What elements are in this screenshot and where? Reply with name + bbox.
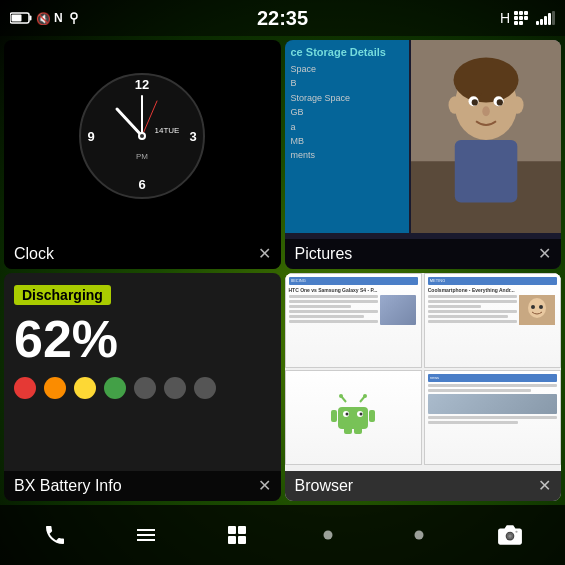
menu-icon <box>134 523 158 547</box>
svg-text:9: 9 <box>88 129 95 144</box>
svg-rect-9 <box>514 16 518 20</box>
browser-tab-3[interactable] <box>285 370 422 465</box>
svg-point-4 <box>71 13 77 19</box>
status-right-icons: H <box>500 10 555 26</box>
nav-dot-1[interactable] <box>306 513 350 557</box>
battery-label: BX Battery Info ✕ <box>4 471 281 501</box>
svg-text:14TUE: 14TUE <box>155 126 180 135</box>
browser-content: BECING HTC One vs Samsung Galaxy S4 - P.… <box>285 273 562 466</box>
svg-rect-46 <box>344 422 352 434</box>
signal-bars <box>536 11 555 25</box>
robot-icon <box>328 392 378 442</box>
status-left-icons: 🔇 N <box>10 11 81 25</box>
app-grid: 12 3 6 9 14TUE PM Clock ✕ <box>0 36 565 505</box>
browser-label: Browser ✕ <box>285 471 562 501</box>
svg-point-40 <box>528 298 546 318</box>
clock-svg: 12 3 6 9 14TUE PM <box>77 71 207 201</box>
svg-point-42 <box>539 305 543 309</box>
svg-rect-36 <box>455 140 518 203</box>
carrier-label: H <box>500 10 510 26</box>
storage-details: SpaceBStorage SpaceGBaMBments <box>291 62 403 163</box>
browser-title: Browser <box>295 477 354 495</box>
clock-close-button[interactable]: ✕ <box>258 246 271 262</box>
person-photo-svg <box>411 40 561 233</box>
clock-label: Clock ✕ <box>4 239 281 269</box>
svg-rect-43 <box>338 407 368 429</box>
svg-text:🔇: 🔇 <box>36 11 50 25</box>
svg-rect-13 <box>519 21 523 25</box>
dot-orange <box>44 377 66 399</box>
svg-point-55 <box>363 394 367 398</box>
storage-title: ce Storage Details <box>291 46 403 58</box>
browser-tab-1[interactable]: BECING HTC One vs Samsung Galaxy S4 - P.… <box>285 273 422 368</box>
blackberry-icon <box>514 11 532 25</box>
pictures-card[interactable]: ce Storage Details SpaceBStorage SpaceGB… <box>285 40 562 269</box>
dot-green <box>104 377 126 399</box>
svg-rect-12 <box>514 21 518 25</box>
svg-point-64 <box>414 531 423 540</box>
pictures-photo <box>411 40 561 233</box>
svg-text:6: 6 <box>139 177 146 192</box>
svg-rect-56 <box>137 529 155 531</box>
svg-text:12: 12 <box>135 77 149 92</box>
svg-rect-47 <box>354 422 362 434</box>
svg-point-34 <box>497 99 503 105</box>
svg-text:3: 3 <box>190 129 197 144</box>
svg-rect-58 <box>137 539 155 541</box>
pictures-close-button[interactable]: ✕ <box>538 246 551 262</box>
pictures-title: Pictures <box>295 245 353 263</box>
svg-point-54 <box>339 394 343 398</box>
nav-dot-2[interactable] <box>397 513 441 557</box>
svg-point-33 <box>472 99 478 105</box>
svg-rect-59 <box>228 526 236 534</box>
browser-tab-4[interactable]: news <box>424 370 561 465</box>
browser-tab-2[interactable]: METING Coolsmartphone - Everything Andr.… <box>424 273 561 368</box>
svg-point-50 <box>346 413 349 416</box>
battery-content: Discharging 62% <box>4 273 281 466</box>
battery-close-button[interactable]: ✕ <box>258 478 271 494</box>
camera-icon <box>497 522 523 548</box>
status-bar: 🔇 N 22:35 H <box>0 0 565 36</box>
pictures-storage-panel: ce Storage Details SpaceBStorage SpaceGB… <box>285 40 409 233</box>
camera-button[interactable] <box>488 513 532 557</box>
svg-point-38 <box>511 96 524 114</box>
svg-point-30 <box>453 57 518 102</box>
svg-point-67 <box>508 534 511 537</box>
menu-button[interactable] <box>124 513 168 557</box>
svg-point-37 <box>448 96 461 114</box>
dot-gray-3 <box>194 377 216 399</box>
nav-bar <box>0 505 565 565</box>
browser-card[interactable]: BECING HTC One vs Samsung Galaxy S4 - P.… <box>285 273 562 502</box>
svg-point-41 <box>531 305 535 309</box>
svg-rect-8 <box>524 11 528 15</box>
phone-button[interactable] <box>33 513 77 557</box>
dot-gray-2 <box>164 377 186 399</box>
grid-button[interactable] <box>215 513 259 557</box>
gps-icon <box>67 11 81 25</box>
browser-close-button[interactable]: ✕ <box>538 478 551 494</box>
dot-gray-1 <box>134 377 156 399</box>
discharging-badge: Discharging <box>14 285 111 305</box>
battery-dots <box>14 377 271 399</box>
grid-icon <box>225 523 249 547</box>
svg-rect-60 <box>238 526 246 534</box>
svg-rect-6 <box>514 11 518 15</box>
mute-icon: 🔇 <box>36 11 50 25</box>
svg-point-26 <box>140 134 144 138</box>
svg-rect-1 <box>30 16 32 21</box>
clock-card[interactable]: 12 3 6 9 14TUE PM Clock ✕ <box>4 40 281 269</box>
pictures-label: Pictures ✕ <box>285 239 562 269</box>
dot-red <box>14 377 36 399</box>
battery-percent: 62% <box>14 313 271 365</box>
dot-yellow <box>74 377 96 399</box>
svg-rect-57 <box>137 534 155 536</box>
svg-rect-2 <box>12 15 22 22</box>
dot-1-icon <box>319 526 337 544</box>
svg-rect-44 <box>331 410 337 422</box>
battery-card[interactable]: Discharging 62% BX Battery Info ✕ <box>4 273 281 502</box>
battery-title: BX Battery Info <box>14 477 122 495</box>
svg-point-63 <box>323 531 332 540</box>
dot-2-icon <box>410 526 428 544</box>
phone-icon <box>43 523 67 547</box>
svg-rect-7 <box>519 11 523 15</box>
